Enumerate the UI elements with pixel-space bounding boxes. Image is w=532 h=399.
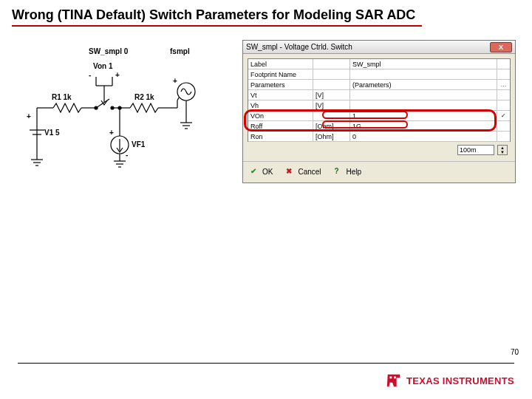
param-check[interactable] <box>497 69 510 79</box>
label-minus-von: - <box>89 71 91 79</box>
param-value[interactable]: 1G <box>350 121 497 131</box>
param-check[interactable] <box>497 90 510 100</box>
dialog-button-bar: ✔ OK ✖ Cancel ? Help <box>243 161 515 183</box>
param-more-button[interactable]: … <box>497 80 510 89</box>
param-value[interactable]: SW_smpl <box>350 59 497 69</box>
check-icon: ✔ <box>250 167 259 176</box>
label-r1: R1 1k <box>52 93 72 101</box>
label-v1: V1 5 <box>44 129 60 137</box>
label-vf1: VF1 <box>132 140 145 149</box>
param-unit: [V] <box>313 90 350 100</box>
param-row: Parameters (Parameters) … <box>248 80 510 90</box>
param-check[interactable] <box>497 59 510 69</box>
param-row: Roff [Ohm] 1G <box>248 121 510 132</box>
param-value[interactable] <box>350 90 497 100</box>
label-sw: SW_smpl 0 <box>89 47 128 55</box>
param-name: Roff <box>248 121 313 131</box>
cancel-button[interactable]: ✖ Cancel <box>283 166 324 177</box>
aux-value-input[interactable]: 100m <box>457 145 494 155</box>
param-unit <box>313 80 350 89</box>
param-name: Footprint Name <box>248 69 313 79</box>
switch-params-dialog: SW_smpl - Voltage Ctrld. Switch X Label … <box>242 40 516 183</box>
svg-point-23 <box>118 106 121 109</box>
param-check[interactable] <box>497 132 510 141</box>
param-check[interactable]: ✓ <box>497 111 510 120</box>
close-button[interactable]: X <box>490 42 512 52</box>
param-value[interactable]: 1 <box>350 111 497 120</box>
param-unit <box>313 59 350 69</box>
schematic-diagram: SW_smpl 0 fsmpl Von 1 R1 1k R2 1k V1 5 V… <box>22 49 229 174</box>
label-plus-src: + <box>173 77 177 85</box>
param-value[interactable]: (Parameters) <box>350 80 497 89</box>
page-number: 70 <box>511 348 519 356</box>
label-plus-vf1: + <box>109 129 114 137</box>
label-fsmpl: fsmpl <box>170 47 190 55</box>
param-row: VOn 1 ✓ <box>248 111 510 121</box>
title-underline <box>12 25 422 27</box>
question-icon: ? <box>335 167 344 176</box>
label-r2: R2 1k <box>134 93 154 101</box>
param-row: Vh [V] <box>248 100 510 111</box>
param-row: Vt [V] <box>248 90 510 100</box>
dialog-titlebar[interactable]: SW_smpl - Voltage Ctrld. Switch X <box>243 41 515 54</box>
param-unit <box>313 69 350 79</box>
ti-mark-icon <box>386 372 402 389</box>
dialog-body: Label SW_smpl Footprint Name Parameters … <box>243 54 515 161</box>
param-check[interactable] <box>497 121 510 131</box>
param-name: Label <box>248 59 313 69</box>
param-unit: [Ohm] <box>313 132 350 141</box>
param-name: Parameters <box>248 80 313 89</box>
chevron-down-icon: ▼ <box>498 150 507 154</box>
param-name: Ron <box>248 132 313 141</box>
ti-brand-text: TEXAS INSTRUMENTS <box>406 375 514 386</box>
label-plus-von: + <box>115 71 120 79</box>
param-name: VOn <box>248 111 313 120</box>
param-value[interactable] <box>350 69 497 79</box>
slide-title: Wrong (TINA Default) Switch Parameters f… <box>12 7 415 23</box>
param-name: Vt <box>248 90 313 100</box>
x-icon: ✖ <box>286 167 295 176</box>
ti-logo: TEXAS INSTRUMENTS <box>386 372 514 389</box>
param-name: Vh <box>248 100 313 110</box>
svg-line-20 <box>177 98 179 100</box>
label-von: Von 1 <box>93 62 112 70</box>
footer-rule <box>18 363 514 364</box>
param-row: Footprint Name <box>248 69 510 80</box>
ok-label: OK <box>262 168 273 176</box>
help-label: Help <box>347 168 362 176</box>
param-unit <box>313 111 350 120</box>
param-row: Label SW_smpl <box>248 59 510 69</box>
aux-stepper[interactable]: ▲ ▼ <box>497 145 508 155</box>
param-unit: [Ohm] <box>313 121 350 131</box>
param-row: Ron [Ohm] 0 <box>248 132 510 142</box>
label-plus-v1: + <box>27 112 31 120</box>
ok-button[interactable]: ✔ OK <box>248 166 276 177</box>
param-unit: [V] <box>313 100 350 110</box>
cancel-label: Cancel <box>298 168 321 176</box>
param-check[interactable] <box>497 100 510 110</box>
dialog-aux-row: 100m ▲ ▼ <box>248 142 511 157</box>
help-button[interactable]: ? Help <box>332 166 365 177</box>
param-value[interactable]: 0 <box>350 132 497 141</box>
param-value[interactable] <box>350 100 497 110</box>
parameter-grid: Label SW_smpl Footprint Name Parameters … <box>248 58 511 142</box>
label-minus-vf1: - <box>126 151 128 159</box>
dialog-title: SW_smpl - Voltage Ctrld. Switch <box>246 43 352 51</box>
